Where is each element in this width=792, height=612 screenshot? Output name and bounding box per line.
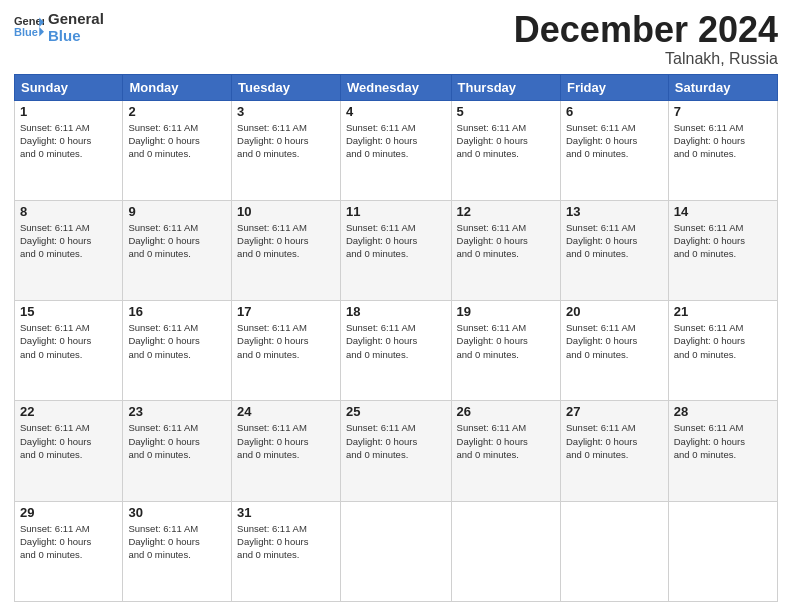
calendar-cell: 24Sunset: 6:11 AM Daylight: 0 hours and …: [232, 401, 341, 501]
day-number: 9: [128, 204, 226, 219]
day-number: 16: [128, 304, 226, 319]
day-number: 10: [237, 204, 335, 219]
day-info: Sunset: 6:11 AM Daylight: 0 hours and 0 …: [237, 522, 335, 562]
calendar-cell: 9Sunset: 6:11 AM Daylight: 0 hours and 0…: [123, 200, 232, 300]
day-number: 31: [237, 505, 335, 520]
calendar-cell: 11Sunset: 6:11 AM Daylight: 0 hours and …: [340, 200, 451, 300]
calendar-cell: 21Sunset: 6:11 AM Daylight: 0 hours and …: [668, 301, 777, 401]
calendar-table: Sunday Monday Tuesday Wednesday Thursday…: [14, 74, 778, 602]
day-info: Sunset: 6:11 AM Daylight: 0 hours and 0 …: [457, 421, 555, 461]
day-info: Sunset: 6:11 AM Daylight: 0 hours and 0 …: [346, 321, 446, 361]
header-row: Sunday Monday Tuesday Wednesday Thursday…: [15, 74, 778, 100]
calendar-cell: 15Sunset: 6:11 AM Daylight: 0 hours and …: [15, 301, 123, 401]
day-number: 22: [20, 404, 117, 419]
calendar-cell: 31Sunset: 6:11 AM Daylight: 0 hours and …: [232, 501, 341, 601]
day-number: 24: [237, 404, 335, 419]
day-number: 28: [674, 404, 772, 419]
day-info: Sunset: 6:11 AM Daylight: 0 hours and 0 …: [128, 121, 226, 161]
calendar-cell: 6Sunset: 6:11 AM Daylight: 0 hours and 0…: [560, 100, 668, 200]
day-info: Sunset: 6:11 AM Daylight: 0 hours and 0 …: [128, 421, 226, 461]
calendar-cell: 8Sunset: 6:11 AM Daylight: 0 hours and 0…: [15, 200, 123, 300]
day-number: 25: [346, 404, 446, 419]
day-number: 17: [237, 304, 335, 319]
col-saturday: Saturday: [668, 74, 777, 100]
calendar-week-3: 22Sunset: 6:11 AM Daylight: 0 hours and …: [15, 401, 778, 501]
calendar-cell: 27Sunset: 6:11 AM Daylight: 0 hours and …: [560, 401, 668, 501]
day-info: Sunset: 6:11 AM Daylight: 0 hours and 0 …: [674, 221, 772, 261]
calendar-cell: 10Sunset: 6:11 AM Daylight: 0 hours and …: [232, 200, 341, 300]
calendar-cell: 7Sunset: 6:11 AM Daylight: 0 hours and 0…: [668, 100, 777, 200]
day-number: 1: [20, 104, 117, 119]
calendar-cell: 16Sunset: 6:11 AM Daylight: 0 hours and …: [123, 301, 232, 401]
day-number: 7: [674, 104, 772, 119]
day-number: 14: [674, 204, 772, 219]
day-info: Sunset: 6:11 AM Daylight: 0 hours and 0 …: [566, 121, 663, 161]
day-number: 12: [457, 204, 555, 219]
day-info: Sunset: 6:11 AM Daylight: 0 hours and 0 …: [237, 221, 335, 261]
main-title: December 2024: [514, 10, 778, 50]
calendar-cell: 25Sunset: 6:11 AM Daylight: 0 hours and …: [340, 401, 451, 501]
calendar-cell: 3Sunset: 6:11 AM Daylight: 0 hours and 0…: [232, 100, 341, 200]
day-number: 29: [20, 505, 117, 520]
day-number: 6: [566, 104, 663, 119]
calendar-header: Sunday Monday Tuesday Wednesday Thursday…: [15, 74, 778, 100]
col-wednesday: Wednesday: [340, 74, 451, 100]
day-info: Sunset: 6:11 AM Daylight: 0 hours and 0 …: [20, 221, 117, 261]
calendar-cell: 28Sunset: 6:11 AM Daylight: 0 hours and …: [668, 401, 777, 501]
day-number: 27: [566, 404, 663, 419]
day-info: Sunset: 6:11 AM Daylight: 0 hours and 0 …: [346, 221, 446, 261]
day-info: Sunset: 6:11 AM Daylight: 0 hours and 0 …: [20, 522, 117, 562]
day-info: Sunset: 6:11 AM Daylight: 0 hours and 0 …: [128, 522, 226, 562]
day-number: 26: [457, 404, 555, 419]
calendar-cell: 19Sunset: 6:11 AM Daylight: 0 hours and …: [451, 301, 560, 401]
day-info: Sunset: 6:11 AM Daylight: 0 hours and 0 …: [20, 421, 117, 461]
day-number: 19: [457, 304, 555, 319]
col-sunday: Sunday: [15, 74, 123, 100]
day-info: Sunset: 6:11 AM Daylight: 0 hours and 0 …: [457, 221, 555, 261]
day-number: 20: [566, 304, 663, 319]
day-info: Sunset: 6:11 AM Daylight: 0 hours and 0 …: [237, 121, 335, 161]
calendar-cell: 26Sunset: 6:11 AM Daylight: 0 hours and …: [451, 401, 560, 501]
calendar-week-1: 8Sunset: 6:11 AM Daylight: 0 hours and 0…: [15, 200, 778, 300]
calendar-cell: 29Sunset: 6:11 AM Daylight: 0 hours and …: [15, 501, 123, 601]
day-info: Sunset: 6:11 AM Daylight: 0 hours and 0 …: [346, 121, 446, 161]
calendar-cell: 13Sunset: 6:11 AM Daylight: 0 hours and …: [560, 200, 668, 300]
day-number: 2: [128, 104, 226, 119]
day-number: 3: [237, 104, 335, 119]
calendar-cell: 23Sunset: 6:11 AM Daylight: 0 hours and …: [123, 401, 232, 501]
col-tuesday: Tuesday: [232, 74, 341, 100]
calendar-cell: 5Sunset: 6:11 AM Daylight: 0 hours and 0…: [451, 100, 560, 200]
logo-line1: General: [48, 10, 104, 27]
calendar-cell: [340, 501, 451, 601]
day-info: Sunset: 6:11 AM Daylight: 0 hours and 0 …: [566, 421, 663, 461]
general-blue-icon: General Blue: [14, 14, 44, 40]
logo-line2: Blue: [48, 27, 104, 44]
day-number: 4: [346, 104, 446, 119]
subtitle: Talnakh, Russia: [514, 50, 778, 68]
day-info: Sunset: 6:11 AM Daylight: 0 hours and 0 …: [20, 321, 117, 361]
calendar-cell: 20Sunset: 6:11 AM Daylight: 0 hours and …: [560, 301, 668, 401]
day-info: Sunset: 6:11 AM Daylight: 0 hours and 0 …: [674, 321, 772, 361]
day-number: 30: [128, 505, 226, 520]
day-number: 13: [566, 204, 663, 219]
day-number: 15: [20, 304, 117, 319]
day-info: Sunset: 6:11 AM Daylight: 0 hours and 0 …: [566, 221, 663, 261]
day-number: 5: [457, 104, 555, 119]
calendar-cell: [451, 501, 560, 601]
day-info: Sunset: 6:11 AM Daylight: 0 hours and 0 …: [674, 121, 772, 161]
calendar-cell: 22Sunset: 6:11 AM Daylight: 0 hours and …: [15, 401, 123, 501]
calendar-week-0: 1Sunset: 6:11 AM Daylight: 0 hours and 0…: [15, 100, 778, 200]
day-info: Sunset: 6:11 AM Daylight: 0 hours and 0 …: [457, 321, 555, 361]
logo: General Blue General Blue: [14, 10, 104, 45]
page: General Blue General Blue December 2024 …: [0, 0, 792, 612]
calendar-cell: 12Sunset: 6:11 AM Daylight: 0 hours and …: [451, 200, 560, 300]
calendar-week-4: 29Sunset: 6:11 AM Daylight: 0 hours and …: [15, 501, 778, 601]
calendar-cell: 4Sunset: 6:11 AM Daylight: 0 hours and 0…: [340, 100, 451, 200]
calendar-cell: 30Sunset: 6:11 AM Daylight: 0 hours and …: [123, 501, 232, 601]
day-info: Sunset: 6:11 AM Daylight: 0 hours and 0 …: [674, 421, 772, 461]
calendar-week-2: 15Sunset: 6:11 AM Daylight: 0 hours and …: [15, 301, 778, 401]
calendar-body: 1Sunset: 6:11 AM Daylight: 0 hours and 0…: [15, 100, 778, 601]
calendar-cell: 17Sunset: 6:11 AM Daylight: 0 hours and …: [232, 301, 341, 401]
day-number: 11: [346, 204, 446, 219]
day-info: Sunset: 6:11 AM Daylight: 0 hours and 0 …: [237, 321, 335, 361]
